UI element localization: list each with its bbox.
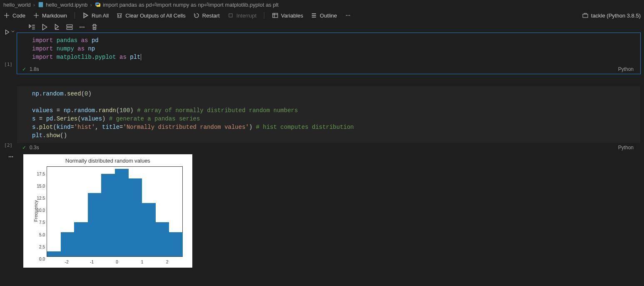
y-tick-label: 12.5 (32, 196, 45, 201)
code-cell[interactable]: np.random.seed(0) values = np.random.ran… (17, 86, 641, 153)
svg-point-5 (349, 15, 350, 16)
histogram-bar (61, 232, 75, 256)
cell-2-output: Normally distributed random values Frequ… (0, 153, 644, 268)
svg-point-13 (10, 156, 11, 157)
breadcrumb-root[interactable]: hello_world (3, 2, 31, 8)
code-editor[interactable]: import pandas as pd import numpy as np i… (17, 33, 640, 65)
check-icon: ✓ (22, 145, 26, 151)
histogram-bar (47, 251, 61, 256)
histogram-bar (129, 178, 142, 256)
notebook-body: [1] import pandas as pd import numpy as … (0, 22, 644, 268)
chevron-down-icon[interactable] (11, 29, 15, 33)
python-icon (94, 1, 101, 8)
add-code-button[interactable]: Code (3, 12, 25, 19)
x-tick-label: 2 (166, 260, 169, 264)
x-tick-label: 1 (141, 260, 144, 264)
code-editor[interactable]: np.random.seed(0) values = np.random.ran… (17, 86, 640, 143)
exec-count: [1] (4, 62, 12, 67)
check-icon: ✓ (22, 66, 26, 72)
svg-point-9 (80, 27, 81, 28)
y-tick-label: 0.0 (32, 257, 45, 261)
histogram-bar (88, 193, 102, 256)
y-tick-label: 5.0 (32, 232, 45, 237)
divider (264, 12, 264, 19)
histogram-bar (156, 222, 169, 256)
cell-toolbar (17, 22, 644, 33)
svg-rect-2 (273, 13, 278, 18)
breadcrumb-cell[interactable]: import pandas as pd⏎import numpy as np⏎i… (103, 2, 278, 8)
lang-indicator[interactable]: Python (618, 145, 635, 151)
notebook-icon (37, 1, 44, 8)
run-cell-button[interactable] (4, 29, 10, 35)
chevron-right-icon: › (90, 2, 92, 8)
outline-button[interactable]: Outline (311, 12, 337, 19)
exec-time: 0.3s (30, 145, 39, 151)
variables-button[interactable]: Variables (272, 12, 303, 19)
svg-rect-7 (67, 25, 72, 27)
more-button[interactable] (345, 12, 351, 19)
histogram-bar (169, 232, 183, 256)
execute-and-below-icon[interactable] (53, 23, 61, 31)
svg-rect-1 (229, 14, 232, 17)
add-markdown-button[interactable]: Markdown (33, 12, 67, 19)
run-all-button[interactable]: Run All (82, 12, 109, 19)
output-more-icon[interactable] (7, 153, 14, 160)
breadcrumb: hello_world › hello_world.ipynb › import… (0, 0, 644, 9)
cell-1: [1] import pandas as pd import numpy as … (0, 22, 644, 74)
histogram-bar (74, 222, 88, 256)
svg-point-10 (82, 27, 83, 28)
kernel-selector[interactable]: tackle (Python 3.8.5) (582, 12, 641, 19)
svg-point-3 (346, 15, 347, 16)
svg-point-11 (83, 27, 85, 28)
x-tick-label: 0 (116, 260, 118, 264)
y-tick-label: 2.5 (32, 244, 45, 249)
notebook-toolbar: Code Markdown Run All Clear Outputs of A… (0, 9, 644, 22)
histogram-chart: Normally distributed random values Frequ… (23, 154, 192, 268)
histogram-bar (142, 203, 156, 256)
chart-title: Normally distributed random values (23, 158, 192, 164)
svg-point-12 (9, 156, 10, 157)
svg-point-4 (348, 15, 348, 16)
restart-button[interactable]: Restart (193, 12, 220, 19)
svg-rect-8 (67, 28, 72, 30)
clear-outputs-button[interactable]: Clear Outputs of All Cells (116, 12, 186, 19)
run-by-line-icon[interactable] (28, 23, 36, 31)
x-tick-label: -1 (90, 260, 94, 264)
x-tick-label: -2 (65, 260, 69, 264)
exec-count: [2] (4, 143, 12, 148)
cell-2: [2] np.random.seed(0) values = np.random… (0, 86, 644, 153)
histogram-bar (101, 174, 115, 256)
code-cell[interactable]: import pandas as pd import numpy as np i… (17, 33, 641, 74)
breadcrumb-file[interactable]: hello_world.ipynb (46, 2, 87, 8)
divider (75, 12, 75, 19)
split-cell-icon[interactable] (66, 23, 73, 31)
more-icon[interactable] (78, 23, 86, 31)
lang-indicator[interactable]: Python (618, 66, 635, 72)
svg-point-14 (12, 156, 13, 157)
chevron-right-icon: › (33, 2, 35, 8)
y-tick-label: 17.5 (32, 171, 45, 176)
exec-time: 1.8s (30, 66, 39, 72)
delete-icon[interactable] (91, 23, 98, 31)
execute-cell-icon[interactable] (41, 23, 48, 31)
svg-rect-0 (39, 2, 43, 7)
interrupt-button: Interrupt (227, 12, 256, 19)
y-tick-label: 15.0 (32, 183, 45, 188)
svg-rect-6 (583, 14, 588, 18)
histogram-bar (115, 169, 129, 256)
plot-area (47, 167, 182, 257)
y-tick-label: 7.5 (32, 220, 45, 225)
y-tick-label: 10.0 (32, 208, 45, 213)
